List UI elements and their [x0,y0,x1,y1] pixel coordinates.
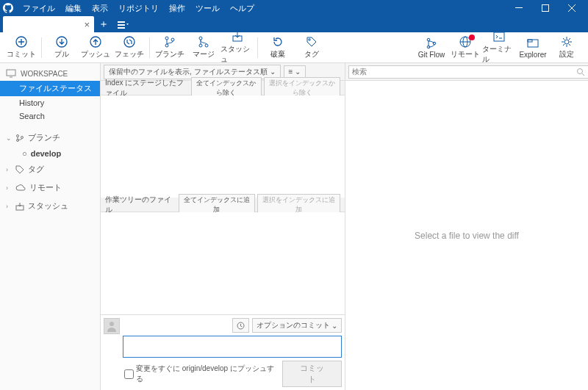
merge-icon [197,35,210,48]
toolbar-merge[interactable]: マージ [187,33,220,62]
app-logo [3,3,13,13]
svg-rect-15 [233,36,242,41]
svg-point-17 [427,38,430,41]
new-tab-button[interactable]: ＋ [94,16,113,32]
window-minimize[interactable] [506,0,532,16]
chevron-right-icon: › [6,184,12,192]
svg-point-11 [171,38,174,41]
user-avatar [104,318,120,334]
sidebar-section-remotes[interactable]: ›リモート [0,178,100,197]
pull-icon [55,35,68,48]
svg-point-31 [110,322,114,326]
discard-icon [271,35,284,48]
commit-button[interactable]: コミット [282,361,342,387]
chevron-down-icon: ⌄ [270,68,276,76]
sidebar-item-history[interactable]: History [0,96,100,109]
menu-view[interactable]: 表示 [87,1,113,16]
chevron-down-icon: ⌄ [295,68,301,76]
svg-point-14 [205,44,208,47]
sidebar-branch-develop[interactable]: ○develop [0,147,100,160]
explorer-icon [526,37,539,50]
svg-point-27 [17,134,19,137]
svg-point-29 [21,136,24,138]
toolbar-pull[interactable]: プル [45,33,79,62]
plus-circle-icon [15,35,28,48]
diff-view: Select a file to view the diff [345,81,588,390]
terminal-icon [492,30,506,43]
clock-icon [237,322,245,330]
svg-point-33 [578,68,583,73]
sidebar-section-branches[interactable]: ⌄ブランチ [0,129,100,147]
menu-actions[interactable]: 操作 [164,1,190,16]
svg-point-16 [309,39,310,40]
menu-repository[interactable]: リポジトリ [113,1,164,16]
view-mode-dropdown[interactable]: ≡⌄ [284,65,306,78]
svg-rect-3 [118,24,125,26]
sidebar-section-tags[interactable]: ›タグ [0,160,100,178]
window-close[interactable] [559,0,585,16]
cloud-icon [15,184,26,192]
toolbar-discard[interactable]: 破棄 [261,33,295,62]
tab-dropdown[interactable] [113,16,132,32]
chevron-right-icon: › [6,203,12,210]
svg-point-8 [124,37,135,47]
toolbar-branch[interactable]: ブランチ [153,33,187,62]
main-menu: ファイル 編集 表示 リポジトリ 操作 ツール ヘルプ [18,1,259,16]
toolbar-tag[interactable]: タグ [295,33,329,62]
menu-help[interactable]: ヘルプ [225,1,259,16]
unstaged-files-list[interactable] [101,212,345,314]
toolbar-push[interactable]: プッシュ [79,33,112,62]
svg-point-10 [165,44,168,47]
tag-icon [305,35,318,48]
svg-rect-4 [118,27,125,29]
toolbar-fetch[interactable]: フェッチ [112,33,146,62]
stash-icon [231,30,244,43]
menu-edit[interactable]: 編集 [60,1,87,16]
search-input[interactable] [348,65,588,79]
staged-files-list[interactable] [101,95,345,198]
svg-point-25 [564,40,569,44]
toolbar-commit[interactable]: コミット [4,33,38,62]
chevron-down-icon: ⌄ [6,134,12,142]
staged-files-header: Index にステージしたファイル 全てインデックスから除く 選択をインデックス… [101,81,345,95]
toolbar-remote[interactable]: リモート [448,33,482,62]
gitflow-icon [425,37,438,50]
svg-rect-23 [528,40,538,47]
commit-message-input[interactable] [123,336,342,358]
toolbar-gitflow[interactable]: Git Flow [415,33,448,62]
gear-icon [560,35,573,48]
push-immediately-checkbox[interactable]: 変更をすぐに origin/develop にプッシュする [124,364,279,384]
commit-options-dropdown[interactable]: オプションのコミット⌄ [252,318,342,333]
svg-rect-2 [118,21,125,23]
tab-close[interactable]: × [84,19,90,30]
sidebar-workspace-header: WORKSPACE [0,66,100,81]
toolbar-explorer[interactable]: Explorer [516,33,550,62]
commit-history-button[interactable] [232,318,249,333]
svg-point-12 [199,37,202,40]
window-maximize[interactable] [532,0,559,16]
sidebar-item-search[interactable]: Search [0,109,100,123]
notification-badge [469,35,475,40]
svg-point-9 [165,37,168,40]
stash-icon [15,202,24,211]
list-icon: ≡ [289,68,293,76]
search-icon [576,68,585,76]
toolbar-stash[interactable]: スタッシュ [220,33,254,62]
svg-point-13 [199,44,202,47]
branch-icon [163,35,176,48]
tag-icon [15,165,24,174]
svg-rect-1 [542,5,549,12]
chevron-right-icon: › [6,166,12,173]
menu-file[interactable]: ファイル [18,1,60,16]
toolbar-settings[interactable]: 設定 [550,33,584,62]
repo-tab[interactable]: × [3,16,94,32]
svg-rect-22 [494,32,504,41]
fetch-icon [123,35,136,48]
monitor-icon [6,69,16,78]
toolbar-terminal[interactable]: ターミナル [482,33,516,62]
menu-tools[interactable]: ツール [190,1,225,16]
chevron-down-icon: ⌄ [331,322,337,330]
sidebar-item-filestatus[interactable]: ファイルステータス [0,81,100,96]
sidebar-section-stashes[interactable]: ›スタッシュ [0,197,100,215]
svg-rect-0 [515,7,523,8]
